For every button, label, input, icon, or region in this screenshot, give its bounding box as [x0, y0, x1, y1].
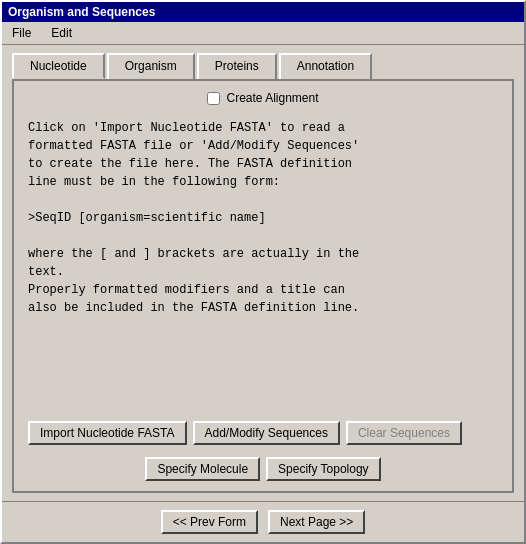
- desc-line6: >SeqID [organism=scientific name]: [28, 211, 266, 225]
- tab-annotation[interactable]: Annotation: [279, 53, 372, 79]
- desc-line8: where the [ and ] brackets are actually …: [28, 247, 359, 261]
- desc-line2: formatted FASTA file or 'Add/Modify Sequ…: [28, 139, 359, 153]
- primary-buttons-row: Import Nucleotide FASTA Add/Modify Seque…: [28, 421, 498, 445]
- import-nucleotide-fasta-button[interactable]: Import Nucleotide FASTA: [28, 421, 187, 445]
- tab-organism[interactable]: Organism: [107, 53, 195, 79]
- desc-line1: Click on 'Import Nucleotide FASTA' to re…: [28, 121, 345, 135]
- description-text: Click on 'Import Nucleotide FASTA' to re…: [28, 119, 498, 405]
- add-modify-sequences-button[interactable]: Add/Modify Sequences: [193, 421, 340, 445]
- secondary-buttons-row: Specify Molecule Specify Topology: [28, 457, 498, 481]
- specify-molecule-button[interactable]: Specify Molecule: [145, 457, 260, 481]
- bottom-navigation-bar: << Prev Form Next Page >>: [2, 501, 524, 542]
- desc-line9: text.: [28, 265, 64, 279]
- specify-topology-button[interactable]: Specify Topology: [266, 457, 381, 481]
- window-title: Organism and Sequences: [8, 5, 155, 19]
- desc-line4: line must be in the following form:: [28, 175, 280, 189]
- create-alignment-label: Create Alignment: [226, 91, 318, 105]
- create-alignment-checkbox[interactable]: [207, 92, 220, 105]
- menu-edit[interactable]: Edit: [45, 24, 78, 42]
- title-bar: Organism and Sequences: [2, 2, 524, 22]
- desc-line10: Properly formatted modifiers and a title…: [28, 283, 345, 297]
- desc-line11: also be included in the FASTA definition…: [28, 301, 359, 315]
- content-area: Nucleotide Organism Proteins Annotation …: [2, 45, 524, 501]
- next-page-button[interactable]: Next Page >>: [268, 510, 365, 534]
- tab-proteins[interactable]: Proteins: [197, 53, 277, 79]
- desc-line3: to create the file here. The FASTA defin…: [28, 157, 352, 171]
- menu-bar: File Edit: [2, 22, 524, 45]
- main-window: Organism and Sequences File Edit Nucleot…: [0, 0, 526, 544]
- tab-bar: Nucleotide Organism Proteins Annotation: [12, 53, 514, 79]
- menu-file[interactable]: File: [6, 24, 37, 42]
- clear-sequences-button[interactable]: Clear Sequences: [346, 421, 462, 445]
- create-alignment-row: Create Alignment: [28, 91, 498, 105]
- tab-nucleotide[interactable]: Nucleotide: [12, 53, 105, 79]
- tab-panel-nucleotide: Create Alignment Click on 'Import Nucleo…: [12, 79, 514, 493]
- prev-form-button[interactable]: << Prev Form: [161, 510, 258, 534]
